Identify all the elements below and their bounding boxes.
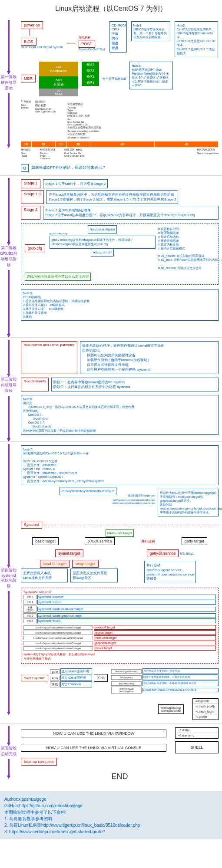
parallel-label: 并行进程: [141, 539, 155, 544]
getty-note: 默认是tty1: [180, 552, 194, 555]
rc-item: ~/.xinitrc: [176, 728, 218, 733]
svc-row: init 1systemctl rescue: [23, 600, 216, 605]
sysv-header: SystemV systemd: [23, 590, 216, 594]
systemd-box: Systemd: [21, 521, 42, 529]
stage2-label: 第二阶段 GRUB2启动引导阶段: [0, 245, 17, 268]
part2: 分区2: [82, 68, 99, 74]
part4: 分区4: [82, 80, 99, 86]
tbl-h5: 分区的总扇区数 Sectors in partition: [67, 132, 98, 139]
swap-txt: 里面所定义的文件系统 和swap分区: [70, 569, 117, 582]
ref2[interactable]: 2. 鸟哥Linux私房菜http://www.tigerup.cn/linux…: [4, 822, 218, 829]
stage-4: 第四阶段 systemd初始化阶段 Note 7: linit程序的类型在Cen…: [0, 442, 222, 724]
ref-header: 本图绘制过程中参考了以下资料:: [4, 809, 218, 815]
stage-1-box: Stage 1: [21, 179, 40, 188]
note1: Note1: 找BIOS程序首项代号设备，第一个有引导程序的设备为本次启动设备。: [131, 21, 170, 41]
level-row: /usr/lib/systemd/system/runlevel0.target…: [23, 625, 216, 630]
svc-row: init 6systemctl reboot: [23, 618, 216, 623]
cfg-items: # 设置默认时间 # 是否隐藏选单 # 指定启动内核 # 推送终端选单 # 指定…: [158, 227, 215, 251]
profile-item: ~/.bash_profile: [193, 704, 218, 709]
swap-target: swap.target: [72, 560, 99, 568]
note3: Note3: MBR分区表(DPT Disk Partition Table)最…: [129, 62, 173, 90]
ref3[interactable]: 3. https://www.certdepot.net/rhel7-get-s…: [4, 829, 218, 835]
ref1: 1. 马哥教育教学参考资料: [4, 815, 218, 822]
kernel-box: /boot/kernel and kernel parmeter: [21, 341, 77, 374]
logs: /var/log/lastlog /usr/spool/mail: [158, 704, 184, 714]
env-row: /etc/securetty登记须确认可否登陆，不存在,任何端末可登录: [111, 681, 219, 686]
level-row: /usr/lib/systemd/system/runlevel5.target…: [23, 641, 216, 645]
xxxx-service: XXXX.service: [85, 537, 115, 545]
tbl-h1: 起始磁头- 扇区-柱面 StartSector 6b Start Cylinde…: [35, 100, 61, 141]
stage-1-txt: Stage 1 位于MBR中，只为引导Stage 2: [43, 179, 108, 188]
power-on: power on: [21, 21, 43, 29]
dashed-note: 虚线内的内容表示用户可以自己定义内容: [25, 273, 91, 281]
bl0: 开始磁头 Start Head: [21, 148, 31, 160]
grub-desc: grub2-mkconfig会分析/etc/grub.d/目录下的文件，然后加载…: [50, 236, 156, 249]
part3: 分区3: [82, 74, 99, 80]
stage-1: 第一阶段 硬件引导启动 power on BIOS Basic Input an…: [0, 18, 222, 176]
env-row: /etc/passwd /etc/shadowHOME,PATH,SHELL,T…: [111, 687, 219, 694]
rc-item: ~/.xserverrc: [176, 733, 218, 738]
tbl-h3: 结束磁头-扇区-柱面 End End Sector 6b End Cylinde…: [67, 114, 98, 126]
part-note: 每个分区都是16B: [103, 77, 126, 81]
sysv-note: systemd为了与sysV旧模式兼容，所以将旧的runlevel 与操作系统做…: [23, 652, 216, 661]
sysinit-target: sysinit.target: [55, 549, 83, 557]
boot-complete: boot up complete: [21, 758, 57, 766]
tbl-h0: 引导标志 Boot 1Head: [21, 100, 34, 141]
mbr-2: 2B 55AA: [39, 89, 78, 96]
basic-target: basic.target: [32, 537, 59, 545]
initramfs-box: /boot/initramfs: [21, 378, 49, 391]
mbr-byte-bar: 1B 3B 1B 3B 4B 4B: [21, 141, 219, 147]
stage5-label: 第五阶段 启动完成: [0, 746, 17, 757]
multi-user-target: multi-user.target: [106, 529, 134, 537]
tbl-h4: 本分区之前已经使用的扇区数 Sectors preceding partitio…: [67, 126, 106, 132]
localfs-txt: 主要负责载入本机 Linux操作文件系统: [21, 569, 68, 582]
mbr: MBR: [21, 75, 36, 82]
bl1: 分区类型描述 Partion Type Indicator: [40, 148, 56, 160]
profile-item: ~/.profile: [193, 714, 218, 720]
shell: SHELL: [175, 741, 219, 753]
note5: Note 5: GRUB的功能 1.提供选单需要启动的内核或系统，加载内核参数 …: [21, 289, 219, 321]
level-row: /usr/lib/systemd/system/runlevel6.target…: [23, 646, 216, 651]
stage-2-box: Stage 2: [21, 206, 40, 220]
note6: Note 6: 请注意 在CentOS 6_中这一阶段与Cent OS 5 以及…: [21, 395, 219, 435]
bl3: 分区的总扇区数 Sectors in partition: [197, 148, 219, 160]
svc-row: init 5systemctl isolate graphical.target: [23, 613, 216, 618]
footer: Author:xiaoshuaigege GitHub:https://gith…: [0, 792, 222, 839]
stage4-label: 第四阶段 systemd初始化阶段: [0, 568, 17, 589]
profile-item: ~/.bash_login: [193, 709, 218, 714]
grub-cfg: grub.cfg: [25, 244, 45, 252]
default-note: 可以作为默认的操作环境(default.target)的主要项目有：multi-…: [158, 489, 219, 517]
msg-console: NOW U CAN USE THE LINUX VIA VIRTUAL CONS…: [21, 744, 166, 752]
default-target: /etc/systemd/system/default.target: [60, 487, 116, 495]
level-row: /usr/lib/systemd/system/runlevel[234].ta…: [23, 635, 216, 640]
question: 如果换成GPT分区的话，应该如何来表示？: [31, 165, 106, 171]
kernel-txt: 操作系统核心程序，硬件部件都通过kernel做交互操作 自身初始化: 探测可识别…: [80, 341, 219, 374]
stage-2: 第二阶段 GRUB2启动引导阶段 Stage 1 Stage 1 位于MBR中，…: [0, 176, 222, 338]
note2: Note2: CentOS启动程序是GRUB，GRUB程序存在BootLoade…: [175, 21, 218, 57]
bios: BIOS: [21, 38, 36, 46]
post-top: 加电自检: [79, 36, 105, 40]
initramfs-txt: 阶段一：在内存中释放kernel使用的file system 阶段二：执行真正的…: [51, 378, 219, 391]
page-title: Linux启动流程（以CentOS 7 为例）: [0, 0, 222, 18]
profile-list: /etc/profile~/.bash_profile~/.bash_login…: [192, 698, 219, 720]
profile-item: /etc/profile: [193, 699, 218, 704]
parallel-services: 并行启动 systemd-logind.service、 systemd-use…: [144, 561, 196, 583]
post-sub: Power-On-Self-Test: [79, 48, 105, 51]
getty-target: getty target: [182, 537, 207, 545]
prefdm: /etc/X11/prefdm: [21, 675, 48, 681]
default-links: /etc/systemd/system/graphical.target /et…: [21, 499, 155, 506]
cfg-items2: # 00_header: 建立初始的显示项目 # 10_linux: 分析/bo…: [158, 254, 215, 270]
tbl-h2: 分区类型描述 Partion Type Indicator: [67, 102, 93, 114]
post: POST: [79, 40, 96, 48]
getty-service: getty@.service: [147, 549, 179, 557]
etc-default-grub: /etc/default/grub: [88, 225, 117, 233]
question-icon: Q: [21, 164, 29, 172]
github-link[interactable]: GitHub:https://github.com/xiaoshuaigege: [4, 802, 218, 809]
rc-list: ~/.xinitrc~/.xserverrc: [175, 727, 219, 739]
svc-row: init 0systemctl poweroff: [23, 595, 216, 599]
stage-5: 第五阶段 启动完成 NOW U CAN USE THE LINUX VIA XW…: [0, 724, 222, 792]
part1: 分区1: [82, 62, 99, 68]
etc-grubd: /etc/grub.d/*: [91, 248, 114, 256]
env-row: /etc/usertty时用户使用加诗加制限，不存在则无限制: [111, 674, 219, 680]
bl2: 结束扇区,点b位 End Sector 6b End Cylinder 10b: [64, 148, 84, 160]
